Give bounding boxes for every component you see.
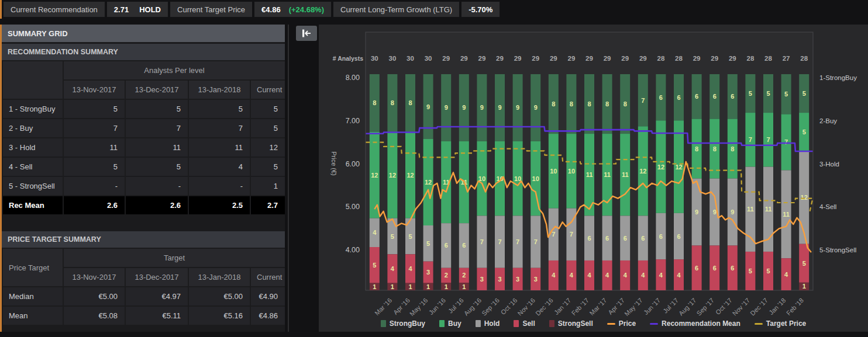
- bar-segment-count: 5: [784, 91, 788, 98]
- right-axis-label: 1-StrongBuy: [819, 74, 857, 81]
- bar-segment-count: 5: [373, 262, 376, 269]
- analysts-count: 28: [800, 55, 808, 62]
- analysts-count: 29: [496, 55, 504, 62]
- bar-segment-count: 11: [765, 206, 772, 213]
- bar-segment-count: 5: [766, 267, 770, 275]
- x-axis-month-label: Aug '17: [677, 297, 698, 317]
- recommendation-history-chart: # Analysts8.007.006.005.004.00Price (€)1…: [319, 25, 868, 317]
- x-axis-month-label: Feb '17: [570, 297, 590, 317]
- bar-segment-count: 7: [552, 231, 555, 238]
- legend-label: Hold: [484, 319, 500, 328]
- y-axis-tick: 7.00: [346, 117, 360, 125]
- bar-segment-count: 8: [587, 100, 591, 107]
- bar-segment-count: 4: [605, 272, 609, 279]
- row-value: €5.00: [189, 287, 250, 305]
- bar-segment-count: 8: [373, 99, 376, 106]
- bar-segment-count: 8: [695, 145, 698, 152]
- bar-segment-count: 9: [498, 104, 501, 111]
- table-corner-cell: [3, 61, 63, 99]
- column-header: Current: [251, 268, 285, 286]
- row-value: 2.6: [126, 196, 188, 214]
- analysts-count: 28: [747, 55, 755, 62]
- bar-segment-count: 8: [391, 99, 394, 106]
- bar-segment-count: 5: [802, 260, 806, 267]
- bar-segment-count: 6: [462, 242, 466, 249]
- x-axis-month-label: Oct '17: [714, 297, 733, 316]
- current-recommendation-value-cell: 2.71 HOLD: [107, 2, 168, 17]
- x-axis-month-label: Jan '18: [767, 297, 787, 316]
- legend-label: Target Price: [766, 319, 806, 328]
- current-recommendation-label-cell: Current Recommendation: [4, 2, 105, 17]
- x-axis-month-label: Sep '16: [480, 297, 501, 317]
- row-value: 5: [64, 158, 125, 176]
- analysts-count: 28: [764, 55, 772, 62]
- row-value: €5.16: [189, 307, 250, 325]
- bar-segment-count: 1: [408, 283, 412, 290]
- row-value: -: [189, 177, 250, 195]
- row-value: 5: [251, 119, 285, 137]
- bar-segment-count: 3: [516, 276, 519, 283]
- bar-segment-count: 4: [391, 265, 395, 272]
- bar-segment-count: 9: [445, 104, 448, 111]
- current-recommendation-value: 2.71: [114, 5, 129, 14]
- bar-segment-count: 6: [587, 235, 591, 242]
- bar-segment-count: 1: [462, 283, 466, 290]
- bar-segment-count: 5: [408, 233, 412, 240]
- bar-segment-count: 6: [445, 242, 448, 249]
- table-row: 3 - Hold11111112: [3, 138, 285, 157]
- legend-swatch: [549, 320, 554, 327]
- legend-swatch: [381, 320, 386, 327]
- row-value: 2.6: [64, 196, 125, 214]
- bar-segment-count: 10: [550, 168, 557, 175]
- legend-label: Sell: [522, 319, 535, 328]
- bar-segment-count: 9: [695, 209, 698, 216]
- column-header: Current: [251, 81, 285, 99]
- legend-label: Buy: [448, 319, 461, 328]
- current-target-price-label: Current Target Price: [177, 5, 245, 14]
- bar-segment-count: 4: [373, 229, 377, 236]
- bar-segment-count: 10: [514, 175, 521, 182]
- analysts-count: 29: [568, 55, 576, 62]
- legend-swatch: [439, 320, 445, 327]
- analysts-count: 30: [389, 55, 397, 62]
- row-value: 11: [126, 138, 188, 157]
- y-axis-tick: 4.00: [346, 246, 360, 254]
- analysts-count: 30: [371, 55, 378, 62]
- collapse-panel-button[interactable]: [296, 26, 317, 41]
- bar-segment-count: 9: [516, 104, 519, 111]
- x-axis-month-label: Dec '16: [534, 297, 554, 317]
- analysts-count: 30: [425, 55, 432, 62]
- row-label: Rec Mean: [3, 196, 63, 214]
- bar-segment-count: 7: [784, 138, 788, 145]
- current-recommendation-text: HOLD: [139, 5, 161, 14]
- bar-segment-count: 6: [713, 265, 717, 272]
- column-header: 13-Jan-2018: [189, 81, 250, 99]
- bar-segment-count: 11: [622, 171, 629, 178]
- x-axis-month-label: Feb '18: [785, 297, 805, 317]
- bar-segment-count: 7: [749, 136, 752, 143]
- bar-segment-count: 3: [498, 276, 501, 283]
- ltg-value: -5.70%: [469, 5, 492, 14]
- table-row: Mean€5.08€5.11€5.16€4.86: [3, 307, 285, 325]
- bar-segment-count: 12: [639, 168, 646, 175]
- row-value: 12: [251, 138, 285, 157]
- bar-segment-count: 9: [462, 104, 466, 111]
- column-header: 13-Jan-2018: [189, 268, 250, 286]
- analysts-count: 29: [514, 55, 522, 62]
- bar-segment-count: 8: [570, 100, 573, 107]
- bar-segment-count: 6: [713, 93, 717, 100]
- legend-item: Hold: [476, 319, 500, 328]
- row-value: 11: [64, 138, 125, 157]
- analysts-count: 29: [604, 55, 611, 62]
- bar-segment-count: 12: [389, 172, 396, 179]
- bar-segment-count: 9: [480, 104, 484, 111]
- bar-segment-count: 11: [747, 206, 754, 213]
- table-row: 5 - StrongSell---1: [3, 177, 285, 195]
- group-header-cell: Target: [64, 249, 285, 267]
- bar-segment-count: 12: [407, 172, 414, 179]
- bar-segment-count: 2: [445, 272, 448, 279]
- x-axis-month-label: Jun '17: [642, 297, 662, 316]
- bar-segment-count: 6: [659, 94, 663, 101]
- legend-item: Price: [607, 319, 636, 328]
- legend-label: Price: [619, 319, 636, 328]
